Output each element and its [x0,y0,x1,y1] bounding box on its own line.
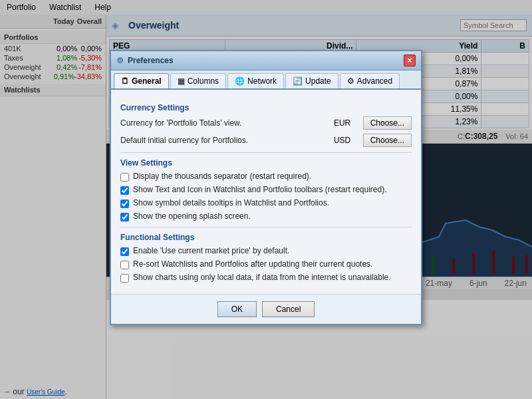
currency-value-usd: USD [326,136,359,145]
functional-checkbox-2: Show charts using only local data, if da… [120,273,412,283]
tab-update-icon: 🔄 [293,76,303,86]
tab-update-label: Update [305,76,331,86]
checkbox-market-price-label: Enable 'Use current market price' by def… [133,246,289,255]
checkbox-show-text-label: Show Text and Icon in Watchlist and Port… [133,185,387,194]
checkbox-resort[interactable] [120,261,129,269]
tab-general-icon: 🗒 [121,76,129,86]
functional-section-header: Functional Settings [120,233,412,242]
checkbox-splash-label: Show the opening splash screen. [133,211,251,221]
choose-usd-button[interactable]: Choose... [363,134,412,147]
preferences-dialog: ⚙ Preferences × 🗒 General ▦ Columns 🌐 Ne… [110,50,422,325]
tab-network[interactable]: 🌐 Network [227,73,284,88]
checkbox-thousands-label: Display the thousands separator (restart… [133,172,311,181]
dialog-content: Currency Settings Currency for 'Portfoli… [111,90,421,294]
cancel-button[interactable]: Cancel [262,301,315,317]
ok-button[interactable]: OK [217,301,257,317]
tab-advanced[interactable]: ⚙ Advanced [340,73,400,88]
choose-eur-button[interactable]: Choose... [363,116,412,130]
checkbox-thousands[interactable] [120,173,129,182]
currency-value-eur: EUR [326,118,359,128]
tab-update[interactable]: 🔄 Update [285,73,338,88]
divider-1 [120,152,412,153]
view-checkbox-2: Show symbol details tooltips in Watchlis… [120,198,412,208]
app-container: Portfolio Watchlist Help Today Overall P… [0,0,532,399]
checkbox-symbol-details[interactable] [120,200,129,208]
dialog-titlebar: ⚙ Preferences × [111,51,421,70]
checkbox-symbol-details-label: Show symbol details tooltips in Watchlis… [133,198,329,207]
tab-network-label: Network [247,76,277,86]
checkbox-market-price[interactable] [120,247,129,256]
tab-columns[interactable]: ▦ Columns [170,73,226,88]
currency-label-usd: Default initial currency for Portfolios. [120,136,326,145]
currency-section-header: Currency Settings [120,103,412,112]
dialog-title-text: Preferences [128,56,174,65]
divider-2 [120,227,412,227]
prefs-icon: ⚙ [116,56,124,65]
tab-network-icon: 🌐 [235,76,245,86]
currency-row-eur: Currency for 'Portfolio Totals' view. EU… [120,116,412,130]
view-checkbox-1: Show Text and Icon in Watchlist and Port… [120,185,412,195]
currency-row-usd: Default initial currency for Portfolios.… [120,134,412,147]
functional-checkbox-1: Re-sort Watchlists and Portfolios after … [120,259,412,269]
dialog-footer: OK Cancel [111,294,421,324]
dialog-title: ⚙ Preferences [116,56,174,65]
tab-columns-label: Columns [188,76,219,86]
dialog-close-button[interactable]: × [404,55,416,66]
view-checkbox-3: Show the opening splash screen. [120,211,412,221]
checkbox-resort-label: Re-sort Watchlists and Portfolios after … [133,259,372,269]
tab-advanced-icon: ⚙ [347,76,354,86]
view-section-header: View Settings [120,158,412,168]
tab-general[interactable]: 🗒 General [114,73,169,88]
checkbox-local-data[interactable] [120,274,129,283]
tab-bar: 🗒 General ▦ Columns 🌐 Network 🔄 Update ⚙… [111,70,421,90]
checkbox-local-data-label: Show charts using only local data, if da… [133,273,391,282]
functional-checkbox-0: Enable 'Use current market price' by def… [120,246,412,256]
view-checkbox-0: Display the thousands separator (restart… [120,172,412,182]
currency-label-eur: Currency for 'Portfolio Totals' view. [120,118,326,128]
tab-advanced-label: Advanced [357,76,392,86]
tab-general-label: General [132,76,162,86]
checkbox-splash[interactable] [120,213,129,221]
tab-columns-icon: ▦ [178,76,185,86]
checkbox-show-text[interactable] [120,186,129,195]
